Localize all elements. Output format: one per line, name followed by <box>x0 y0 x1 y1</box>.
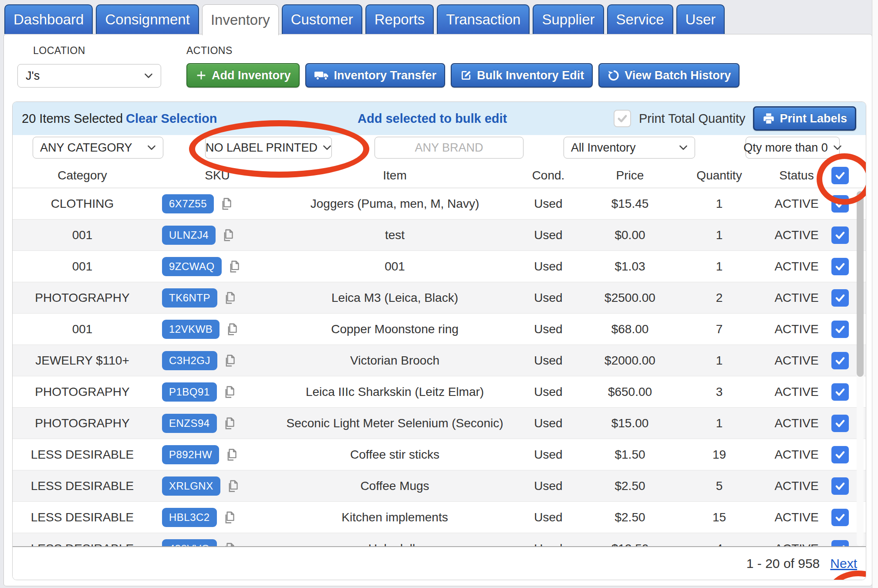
cell-cond: Used <box>507 416 590 430</box>
actions-label: ACTIONS <box>186 45 233 57</box>
sku-pill[interactable]: TK6NTP <box>162 288 217 308</box>
tab-supplier[interactable]: Supplier <box>533 4 604 34</box>
select-all-checkbox[interactable] <box>831 167 849 184</box>
cell-item: 001 <box>283 260 507 274</box>
column-header-status: Status <box>768 169 825 182</box>
cell-price: $2.50 <box>590 510 670 524</box>
tab-dashboard[interactable]: Dashboard <box>4 4 93 34</box>
table-body: CLOTHING6X7Z55Joggers (Puma, men, M, Nav… <box>13 188 866 547</box>
row-checkbox[interactable] <box>831 195 849 213</box>
inventory-panel: 20 Items Selected Clear Selection Add se… <box>12 101 866 580</box>
sku-pill[interactable]: P892HW <box>162 445 219 464</box>
cell-status: ACTIVE <box>768 197 825 211</box>
history-icon <box>607 69 620 82</box>
bulk-inventory-edit-button[interactable]: Bulk Inventory Edit <box>451 63 593 88</box>
sku-pill[interactable]: 12VKWB <box>162 320 220 339</box>
add-to-bulk-edit-link[interactable]: Add selected to bulk edit <box>358 102 507 135</box>
cell-price: $0.00 <box>590 228 670 242</box>
tab-service[interactable]: Service <box>607 4 673 34</box>
table-row: LESS DESIRABLEXRLGNXCoffee MugsUsed$2.50… <box>13 470 866 502</box>
tab-consignment[interactable]: Consignment <box>96 4 199 34</box>
cell-status: ACTIVE <box>768 510 825 524</box>
edit-icon <box>459 69 473 82</box>
sku-pill[interactable]: ULNZJ4 <box>162 226 216 245</box>
print-total-quantity-checkbox[interactable] <box>614 110 631 127</box>
sku-pill[interactable]: XRLGNX <box>162 476 220 496</box>
column-header-item: Item <box>283 169 507 182</box>
cell-cond: Used <box>507 385 590 399</box>
cell-price: $15.45 <box>590 197 670 211</box>
sku-pill[interactable]: C3H2GJ <box>162 351 217 370</box>
sku-pill[interactable]: 6X7Z55 <box>162 194 214 213</box>
inventory-transfer-button[interactable]: Inventory Transfer <box>305 63 446 88</box>
view-batch-history-button[interactable]: View Batch History <box>598 63 740 88</box>
table-row: LESS DESIRABLEP892HWCoffee stir sticksUs… <box>13 439 866 470</box>
print-labels-button[interactable]: Print Labels <box>753 106 856 131</box>
cell-cond: Used <box>507 228 590 242</box>
table-scrollbar-thumb[interactable] <box>857 191 864 377</box>
cell-category: LESS DESIRABLE <box>13 479 152 493</box>
row-checkbox[interactable] <box>831 289 849 307</box>
print-total-quantity-label: Print Total Quantity <box>639 112 745 126</box>
row-checkbox[interactable] <box>831 321 849 338</box>
cell-status: ACTIVE <box>768 260 825 274</box>
cell-status: ACTIVE <box>768 322 825 336</box>
chevron-down-icon <box>147 145 156 151</box>
add-inventory-button[interactable]: Add Inventory <box>186 63 300 88</box>
inventory-tab-content: LOCATION J's ACTIONS Add InventoryInvent… <box>3 34 872 586</box>
table-header: CategorySKUItemCond.PriceQuantityStatus <box>13 163 866 188</box>
qty-filter[interactable]: Qty more than 0 <box>746 137 840 159</box>
tab-inventory[interactable]: Inventory <box>202 4 279 35</box>
row-checkbox[interactable] <box>831 415 849 432</box>
action-buttons: Add InventoryInventory TransferBulk Inve… <box>186 63 740 88</box>
row-checkbox[interactable] <box>831 226 849 244</box>
row-checkbox[interactable] <box>831 258 849 275</box>
printer-icon <box>762 112 775 125</box>
cell-category: LESS DESIRABLE <box>13 510 152 524</box>
cell-quantity: 3 <box>670 385 768 399</box>
sku-pill[interactable]: HBL3C2 <box>162 508 217 527</box>
row-checkbox[interactable] <box>831 383 849 401</box>
chevron-down-icon <box>833 145 842 151</box>
column-header-sku: SKU <box>152 169 283 182</box>
row-checkbox[interactable] <box>831 509 849 526</box>
table-row: 0019ZCWAQ001Used$1.031ACTIVE <box>13 251 866 282</box>
next-page-link[interactable]: Next <box>830 556 857 571</box>
truck-icon <box>314 69 330 81</box>
cell-cond: Used <box>507 291 590 305</box>
label-printed-filter[interactable]: NO LABEL PRINTED <box>205 137 332 159</box>
cell-category: 001 <box>13 260 152 274</box>
location-select[interactable]: J's <box>17 64 161 88</box>
row-checkbox[interactable] <box>831 352 849 369</box>
table-row: PHOTOGRAPHYTK6NTPLeica M3 (Leica, Black)… <box>13 282 866 314</box>
cell-quantity: 1 <box>670 416 768 430</box>
row-checkbox[interactable] <box>831 446 849 463</box>
tab-reports[interactable]: Reports <box>365 4 434 34</box>
table-row: CLOTHING6X7Z55Joggers (Puma, men, M, Nav… <box>13 188 866 220</box>
inventory-filter[interactable]: All Inventory <box>564 137 695 159</box>
column-header-quantity: Quantity <box>670 169 768 182</box>
cell-item: Leica IIIc Sharkskin (Leitz Elmar) <box>283 385 507 399</box>
sku-pill[interactable]: P1BQ91 <box>162 382 217 402</box>
sku-pill[interactable]: 9ZCWAQ <box>162 257 222 276</box>
cell-item: Leica M3 (Leica, Black) <box>283 291 507 305</box>
brand-filter[interactable] <box>375 137 523 159</box>
tab-customer[interactable]: Customer <box>282 4 362 34</box>
copy-icon <box>223 416 236 431</box>
row-checkbox[interactable] <box>831 477 849 495</box>
window-scrollbar[interactable] <box>872 0 878 588</box>
cell-quantity: 2 <box>670 291 768 305</box>
tab-user[interactable]: User <box>676 4 725 34</box>
copy-icon <box>228 259 241 274</box>
table-row: 001ULNZJ4testUsed$0.001ACTIVE <box>13 220 866 251</box>
cell-cond: Used <box>507 448 590 462</box>
sku-pill[interactable]: ENZS94 <box>162 414 217 433</box>
clear-selection-link[interactable]: Clear Selection <box>126 102 217 135</box>
cell-price: $1.50 <box>590 448 670 462</box>
cell-cond: Used <box>507 510 590 524</box>
tab-bar: DashboardConsignmentInventoryCustomerRep… <box>4 4 725 35</box>
category-filter[interactable]: ANY CATEGORY <box>33 137 163 159</box>
cell-status: ACTIVE <box>768 448 825 462</box>
table-row: LESS DESIRABLE438VVQUgly dollsUsed$12.50… <box>13 533 866 547</box>
tab-transaction[interactable]: Transaction <box>437 4 530 34</box>
